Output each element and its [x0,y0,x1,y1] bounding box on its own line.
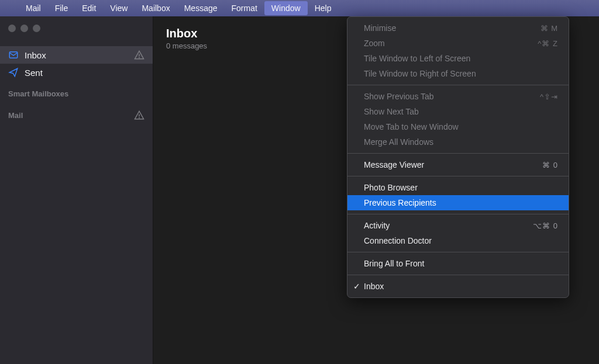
menu-item-move-tab[interactable]: Move Tab to New Window [347,119,569,134]
menu-item-minimise[interactable]: Minimise ⌘ M [347,20,569,36]
menu-item-label: Bring All to Front [364,259,425,268]
inbox-icon [8,50,19,60]
traffic-zoom-icon[interactable] [33,25,40,32]
svg-point-2 [139,117,140,118]
menu-item-photo-browser[interactable]: Photo Browser [347,180,569,195]
svg-point-1 [139,57,140,58]
menu-item-message-viewer[interactable]: Message Viewer ⌘ 0 [347,157,569,172]
menu-mailbox[interactable]: Mailbox [135,1,177,15]
traffic-minimize-icon[interactable] [20,25,28,32]
menu-view[interactable]: View [103,1,135,15]
menu-separator [347,85,569,85]
menu-item-label: Activity [364,221,390,230]
menu-item-label: Show Next Tab [364,107,419,116]
menu-item-label: Inbox [364,282,384,291]
menu-edit[interactable]: Edit [75,1,103,15]
warning-icon [134,110,144,120]
menu-item-label: Previous Recipients [364,198,436,207]
shortcut-label: ^⇧⇥ [540,92,558,101]
sent-icon [8,67,19,78]
menu-item-label: Message Viewer [364,160,424,169]
sidebar-heading-mail[interactable]: Mail [0,102,153,124]
menu-file[interactable]: File [48,1,75,15]
menu-item-activity[interactable]: Activity ⌥⌘ 0 [347,218,569,233]
menu-message[interactable]: Message [177,1,225,15]
menu-item-prev-tab[interactable]: Show Previous Tab ^⇧⇥ [347,89,569,104]
menu-item-label: Move Tab to New Window [364,122,459,131]
menu-item-label: Connection Doctor [364,236,432,245]
checkmark-icon: ✓ [353,282,360,291]
menu-item-merge-windows[interactable]: Merge All Windows [347,134,569,150]
menu-separator [347,275,569,275]
warning-icon [134,50,144,60]
shortcut-label: ^⌘ Z [538,39,558,48]
menu-separator [347,176,569,176]
menu-mail[interactable]: Mail [19,1,48,15]
menu-item-label: Tile Window to Right of Screen [364,69,476,78]
menu-item-next-tab[interactable]: Show Next Tab [347,104,569,119]
menu-separator [347,214,569,214]
menu-help[interactable]: Help [308,1,339,15]
shortcut-label: ⌘ 0 [542,161,558,169]
menu-item-tile-left[interactable]: Tile Window to Left of Screen [347,51,569,66]
sidebar-heading-smart[interactable]: Smart Mailboxes [0,81,153,102]
menu-separator [347,252,569,252]
sidebar-item-sent[interactable]: Sent [0,64,153,81]
menu-item-connection-doctor[interactable]: Connection Doctor [347,233,569,248]
menu-item-bring-all-to-front[interactable]: Bring All to Front [347,256,569,271]
sidebar-item-label: Sent [25,68,43,78]
menu-item-label: Merge All Windows [364,137,433,147]
window-traffic-lights[interactable] [0,25,153,32]
shortcut-label: ⌘ M [541,24,558,33]
traffic-close-icon[interactable] [8,25,16,32]
menu-item-label: Tile Window to Left of Screen [364,54,470,63]
menu-item-label: Minimise [364,23,396,33]
menu-item-previous-recipients[interactable]: Previous Recipients [347,195,569,210]
shortcut-label: ⌥⌘ 0 [533,221,558,230]
sidebar-item-label: Inbox [25,50,46,60]
menu-item-window-inbox[interactable]: ✓ Inbox [347,279,569,294]
menu-item-label: Photo Browser [364,183,418,192]
menu-item-label: Zoom [364,39,385,48]
window-menu-dropdown: Minimise ⌘ M Zoom ^⌘ Z Tile Window to Le… [347,16,569,298]
sidebar: Inbox Sent Smart Mailboxes Mail [0,16,153,364]
sidebar-item-inbox[interactable]: Inbox [0,46,153,64]
menu-separator [347,153,569,154]
menu-window[interactable]: Window [264,1,308,15]
menubar: Mail File Edit View Mailbox Message Form… [0,0,599,16]
sidebar-heading-label: Mail [8,111,23,120]
menu-item-label: Show Previous Tab [364,92,434,101]
menu-format[interactable]: Format [225,1,264,15]
menu-item-zoom[interactable]: Zoom ^⌘ Z [347,36,569,51]
menu-item-tile-right[interactable]: Tile Window to Right of Screen [347,66,569,81]
